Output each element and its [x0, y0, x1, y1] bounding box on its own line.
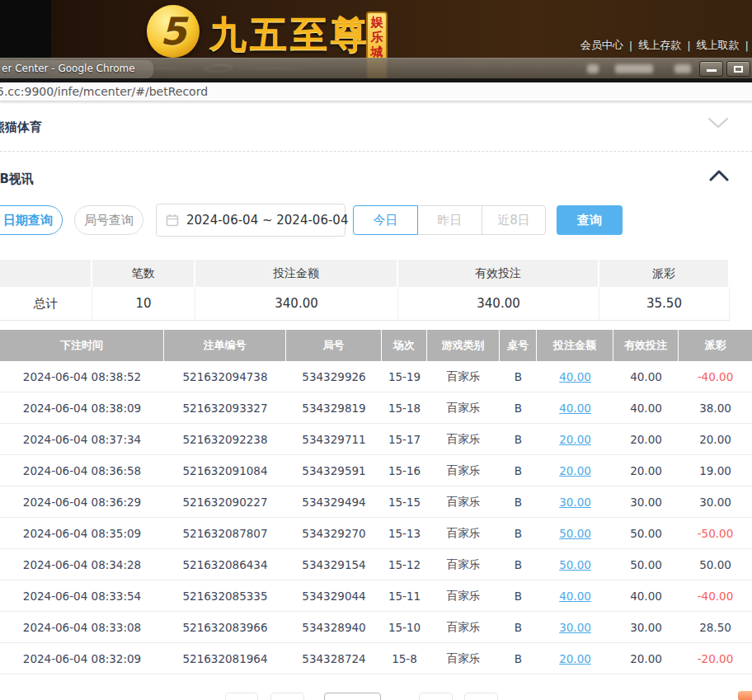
url-text: 5.cc:9900/infe/mcenter/#/betRecord [0, 85, 208, 98]
pagination-current[interactable] [324, 693, 381, 700]
section-bb-live[interactable]: BB视讯 [0, 152, 752, 204]
table-row: 2024-06-04 08:32:09521632081964534328724… [0, 643, 752, 674]
cell-table-no: B [500, 612, 537, 642]
maximize-button[interactable] [726, 61, 750, 77]
quick-range-group: 今日 昨日 近8日 [353, 205, 546, 235]
cell-order-id: 521632081964 [164, 643, 286, 674]
cell-payout: 50.00 [679, 549, 752, 580]
cell-valid-bet: 20.00 [613, 424, 679, 454]
summary-header-cell: 派彩 [599, 260, 730, 287]
search-button[interactable]: 查询 [557, 205, 623, 235]
cell-game-type: 百家乐 [427, 518, 500, 548]
bb-live-title: BB视讯 [0, 171, 34, 187]
blurred-text [674, 64, 691, 73]
bet-column-header: 有效投注 [613, 330, 679, 361]
cell-bet-amount[interactable]: 40.00 [537, 392, 613, 423]
bet-column-header: 桌号 [500, 330, 537, 361]
chevron-down-icon[interactable] [707, 117, 729, 129]
cell-valid-bet: 30.00 [613, 612, 679, 642]
minimize-button[interactable] [699, 61, 723, 77]
yesterday-button[interactable]: 昨日 [417, 205, 482, 235]
bet-record-page: 熊猫体育 BB视讯 日期查询 局号查询 2024-06-04 ~ [0, 101, 752, 700]
cell-time: 2024-06-04 08:38:52 [0, 361, 164, 392]
pagination-button[interactable] [464, 693, 498, 700]
summary-header-cell [0, 260, 92, 287]
cell-round-id: 534329711 [286, 424, 382, 454]
address-bar[interactable]: 5.cc:9900/infe/mcenter/#/betRecord [0, 82, 752, 101]
cell-bet-amount[interactable]: 20.00 [537, 643, 613, 674]
summary-value: 35.50 [599, 287, 730, 320]
cell-table-no: B [500, 643, 537, 674]
section-panda-sports[interactable]: 熊猫体育 [0, 101, 752, 152]
cell-round-id: 534329270 [286, 518, 382, 548]
cell-bet-amount[interactable]: 40.00 [537, 580, 613, 611]
cell-round-id: 534329926 [286, 361, 382, 392]
cell-game-type: 百家乐 [427, 549, 500, 580]
cell-payout: 19.00 [679, 455, 752, 486]
cell-payout: -20.00 [679, 643, 752, 674]
date-query-tab[interactable]: 日期查询 [0, 205, 63, 235]
summary-total-row: 总计10340.00340.0035.50 [0, 287, 730, 321]
cell-bet-amount[interactable]: 30.00 [537, 612, 613, 642]
cell-session: 15-10 [382, 612, 427, 642]
cell-valid-bet: 20.00 [613, 455, 679, 486]
cell-game-type: 百家乐 [427, 361, 500, 392]
cell-round-id: 534328940 [286, 612, 382, 642]
cell-table-no: B [500, 455, 537, 486]
cell-bet-amount[interactable]: 40.00 [537, 361, 613, 392]
screen: 5 九五至尊 娱 乐 城 会员中心 | 线上存款 | 线上取款 | er Cen… [0, 0, 752, 700]
cell-bet-amount[interactable]: 20.00 [537, 424, 613, 454]
cell-table-no: B [500, 361, 537, 392]
cell-time: 2024-06-04 08:33:54 [0, 580, 164, 611]
date-range-value: 2024-06-04 ~ 2024-06-04 [186, 213, 348, 228]
cell-order-id: 521632085335 [164, 580, 286, 611]
round-query-tab[interactable]: 局号查询 [74, 205, 143, 235]
last-8-days-button[interactable]: 近8日 [482, 205, 546, 235]
bet-column-header: 场次 [382, 330, 427, 361]
cell-bet-amount[interactable]: 50.00 [537, 518, 613, 548]
floating-service-button[interactable] [738, 691, 752, 700]
cell-time: 2024-06-04 08:36:29 [0, 486, 164, 517]
pagination-button[interactable] [270, 693, 304, 700]
blurred-text [587, 64, 599, 73]
summary-row-label: 总计 [0, 287, 92, 320]
table-row: 2024-06-04 08:36:29521632090227534329494… [0, 486, 752, 518]
summary-header-cell: 投注金额 [195, 260, 398, 287]
cell-session: 15-13 [382, 518, 427, 548]
cell-time: 2024-06-04 08:33:08 [0, 612, 164, 642]
summary-value: 10 [92, 287, 195, 320]
brand-logo-text: 九五至尊 [209, 10, 371, 59]
cell-valid-bet: 40.00 [613, 580, 679, 611]
logo-badge-digit: 5 [160, 9, 186, 54]
cell-bet-amount[interactable]: 30.00 [537, 486, 613, 517]
nav-online-deposit[interactable]: 线上存款 [638, 38, 681, 53]
cell-table-no: B [500, 549, 537, 580]
brand-logo-icon: 5 [147, 5, 200, 58]
cell-game-type: 百家乐 [427, 424, 500, 454]
cell-round-id: 534329494 [286, 486, 382, 517]
date-range-input[interactable]: 2024-06-04 ~ 2024-06-04 [156, 204, 345, 237]
today-button[interactable]: 今日 [353, 205, 418, 235]
table-row: 2024-06-04 08:37:34521632092238534329711… [0, 424, 752, 455]
cell-session: 15-8 [382, 643, 427, 674]
pagination-button[interactable] [419, 693, 453, 700]
cell-valid-bet: 50.00 [613, 518, 679, 548]
cell-session: 15-11 [382, 580, 427, 611]
cell-bet-amount[interactable]: 50.00 [537, 549, 613, 580]
nav-member-center[interactable]: 会员中心 [580, 38, 623, 53]
cell-order-id: 521632087807 [164, 518, 286, 548]
chevron-up-icon[interactable] [709, 170, 729, 181]
summary-header-cell: 笔数 [92, 260, 195, 287]
pagination-button[interactable] [225, 693, 258, 700]
nav-online-withdraw[interactable]: 线上取款 [697, 38, 740, 53]
cell-bet-amount[interactable]: 20.00 [537, 455, 613, 486]
cell-game-type: 百家乐 [427, 612, 500, 642]
bet-table-header: 下注时间注单编号局号场次游戏类别桌号投注金额有效投注派彩 [0, 330, 752, 361]
cell-session: 15-17 [382, 424, 427, 454]
cell-order-id: 521632086434 [164, 549, 286, 580]
cell-game-type: 百家乐 [427, 580, 500, 611]
cell-time: 2024-06-04 08:37:34 [0, 424, 164, 454]
cell-order-id: 521632090227 [164, 486, 286, 517]
browser-title-bar: er Center - Google Chrome [0, 58, 752, 79]
summary-table-header: 笔数投注金额有效投注派彩 [0, 260, 730, 287]
